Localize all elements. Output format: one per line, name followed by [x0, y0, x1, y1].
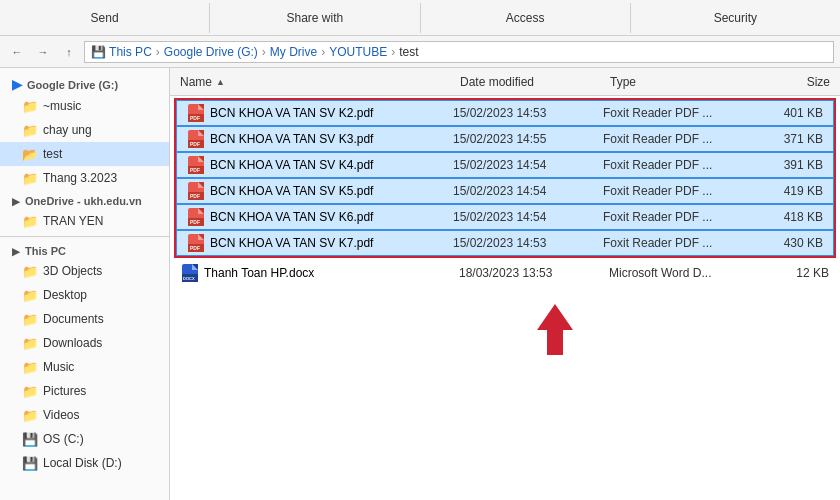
breadcrumb-youtube[interactable]: YOUTUBE	[329, 45, 387, 59]
file-row-k4[interactable]: PDF BCN KHOA VA TAN SV K4.pdf 15/02/2023…	[176, 152, 834, 178]
pdf-icon-k2: PDF	[187, 104, 205, 122]
folder-icon: 📁	[22, 98, 38, 114]
file-type-k4: Foxit Reader PDF ...	[603, 158, 743, 172]
file-name-k5: BCN KHOA VA TAN SV K5.pdf	[210, 184, 453, 198]
sidebar-item-music[interactable]: 📁 ~music	[0, 94, 169, 118]
breadcrumb[interactable]: 💾 This PC › Google Drive (G:) › My Drive…	[84, 41, 834, 63]
col-header-size[interactable]: Size	[750, 75, 830, 89]
toolbar-share[interactable]: Share with	[210, 3, 420, 33]
col-header-type[interactable]: Type	[610, 75, 750, 89]
sidebar-divider	[0, 236, 169, 237]
folder-icon: 📁	[22, 122, 38, 138]
file-type-k5: Foxit Reader PDF ...	[603, 184, 743, 198]
sidebar: ▶ Google Drive (G:) 📁 ~music 📁 chay ung …	[0, 68, 170, 500]
sidebar-item-downloads[interactable]: 📁 Downloads	[0, 331, 169, 355]
sidebar-section-thispc[interactable]: ▶ This PC	[0, 240, 169, 259]
music-icon: 📁	[22, 359, 38, 375]
sidebar-gdrive-label: Google Drive (G:)	[27, 79, 118, 91]
svg-text:PDF: PDF	[190, 219, 200, 225]
sidebar-label-3dobjects: 3D Objects	[43, 264, 102, 278]
sidebar-section-onedrive[interactable]: ▶ OneDrive - ukh.edu.vn	[0, 190, 169, 209]
breadcrumb-thispc[interactable]: 💾 This PC	[91, 45, 152, 59]
folder-icon: 📁	[22, 170, 38, 186]
gdrive-icon: ▶	[12, 77, 22, 92]
svg-text:PDF: PDF	[190, 245, 200, 251]
breadcrumb-mydrive[interactable]: My Drive	[270, 45, 317, 59]
nav-forward[interactable]: →	[32, 41, 54, 63]
sidebar-label-desktop: Desktop	[43, 288, 87, 302]
downloads-icon: 📁	[22, 335, 38, 351]
arrow-annotation	[270, 286, 840, 365]
pdf-icon-k6: PDF	[187, 208, 205, 226]
sidebar-item-test[interactable]: 📂 test	[0, 142, 169, 166]
pdf-selection-group: PDF BCN KHOA VA TAN SV K2.pdf 15/02/2023…	[174, 98, 836, 258]
sidebar-label-videos: Videos	[43, 408, 79, 422]
folder-icon: 📁	[22, 213, 38, 229]
pdf-icon-k7: PDF	[187, 234, 205, 252]
svg-text:DOCX: DOCX	[183, 276, 195, 281]
svg-text:PDF: PDF	[190, 167, 200, 173]
disk-icon: 💾	[22, 431, 38, 447]
svg-text:PDF: PDF	[190, 193, 200, 199]
file-row-k7[interactable]: PDF BCN KHOA VA TAN SV K7.pdf 15/02/2023…	[176, 230, 834, 256]
up-arrow-svg	[535, 302, 575, 357]
file-size-k7: 430 KB	[743, 236, 823, 250]
sidebar-item-tranyen[interactable]: 📁 TRAN YEN	[0, 209, 169, 233]
file-date-k7: 15/02/2023 14:53	[453, 236, 603, 250]
sidebar-item-pictures[interactable]: 📁 Pictures	[0, 379, 169, 403]
file-date-k5: 15/02/2023 14:54	[453, 184, 603, 198]
file-list-area: Name ▲ Date modified Type Size PDF	[170, 68, 840, 500]
sidebar-label-locald: Local Disk (D:)	[43, 456, 122, 470]
file-size-thanhtoan: 12 KB	[749, 266, 829, 280]
file-row-thanhtoan[interactable]: DOCX Thanh Toan HP.docx 18/03/2023 13:53…	[170, 260, 840, 286]
file-row-k5[interactable]: PDF BCN KHOA VA TAN SV K5.pdf 15/02/2023…	[176, 178, 834, 204]
file-date-k6: 15/02/2023 14:54	[453, 210, 603, 224]
file-type-thanhtoan: Microsoft Word D...	[609, 266, 749, 280]
file-type-k6: Foxit Reader PDF ...	[603, 210, 743, 224]
file-date-k2: 15/02/2023 14:53	[453, 106, 603, 120]
file-date-thanhtoan: 18/03/2023 13:53	[459, 266, 609, 280]
sidebar-item-thang[interactable]: 📁 Thang 3.2023	[0, 166, 169, 190]
file-row-k6[interactable]: PDF BCN KHOA VA TAN SV K6.pdf 15/02/2023…	[176, 204, 834, 230]
nav-up[interactable]: ↑	[58, 41, 80, 63]
folder-3d-icon: 📁	[22, 263, 38, 279]
sidebar-item-3dobjects[interactable]: 📁 3D Objects	[0, 259, 169, 283]
svg-text:PDF: PDF	[190, 141, 200, 147]
sidebar-section-gdrive[interactable]: ▶ Google Drive (G:)	[0, 72, 169, 94]
file-size-k6: 418 KB	[743, 210, 823, 224]
sidebar-item-documents[interactable]: 📁 Documents	[0, 307, 169, 331]
file-row-k3[interactable]: PDF BCN KHOA VA TAN SV K3.pdf 15/02/2023…	[176, 126, 834, 152]
sidebar-item-videos[interactable]: 📁 Videos	[0, 403, 169, 427]
sidebar-thispc-label: This PC	[25, 245, 66, 257]
file-size-k3: 371 KB	[743, 132, 823, 146]
desktop-icon: 📁	[22, 287, 38, 303]
toolbar: Send Share with Access Security	[0, 0, 840, 36]
svg-text:PDF: PDF	[190, 115, 200, 121]
col-header-date[interactable]: Date modified	[460, 75, 610, 89]
file-name-thanhtoan: Thanh Toan HP.docx	[204, 266, 459, 280]
disk-d-icon: 💾	[22, 455, 38, 471]
breadcrumb-gdrive[interactable]: Google Drive (G:)	[164, 45, 258, 59]
svg-marker-35	[537, 304, 573, 355]
toolbar-access[interactable]: Access	[421, 3, 631, 33]
sidebar-item-osc[interactable]: 💾 OS (C:)	[0, 427, 169, 451]
nav-back[interactable]: ←	[6, 41, 28, 63]
pdf-icon-k3: PDF	[187, 130, 205, 148]
sidebar-item-desktop[interactable]: 📁 Desktop	[0, 283, 169, 307]
file-date-k3: 15/02/2023 14:55	[453, 132, 603, 146]
sidebar-item-locald[interactable]: 💾 Local Disk (D:)	[0, 451, 169, 475]
file-type-k3: Foxit Reader PDF ...	[603, 132, 743, 146]
sidebar-onedrive-label: OneDrive - ukh.edu.vn	[25, 195, 142, 207]
onedrive-arrow-icon: ▶	[12, 196, 20, 207]
file-size-k2: 401 KB	[743, 106, 823, 120]
file-name-k3: BCN KHOA VA TAN SV K3.pdf	[210, 132, 453, 146]
sidebar-item-music[interactable]: 📁 Music	[0, 355, 169, 379]
pictures-icon: 📁	[22, 383, 38, 399]
toolbar-security[interactable]: Security	[631, 3, 840, 33]
toolbar-send[interactable]: Send	[0, 3, 210, 33]
sidebar-item-chayung[interactable]: 📁 chay ung	[0, 118, 169, 142]
content-area: ▶ Google Drive (G:) 📁 ~music 📁 chay ung …	[0, 68, 840, 500]
col-header-name[interactable]: Name ▲	[180, 75, 460, 89]
file-row-k2[interactable]: PDF BCN KHOA VA TAN SV K2.pdf 15/02/2023…	[176, 100, 834, 126]
file-size-k4: 391 KB	[743, 158, 823, 172]
